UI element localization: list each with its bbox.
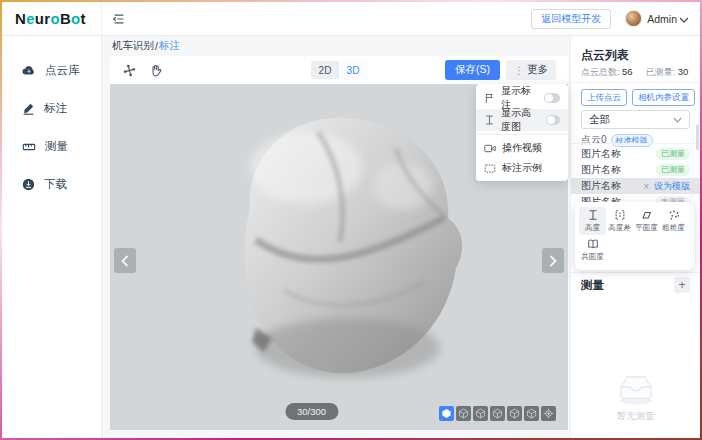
total-label: 点云总数: xyxy=(581,67,620,77)
show-annotations-toggle[interactable] xyxy=(544,93,560,103)
pointcloud-group-row[interactable]: 点云0 校准模版 xyxy=(581,133,653,147)
ruler-icon xyxy=(22,140,36,153)
cube-view-icon[interactable] xyxy=(473,406,488,421)
pen-icon xyxy=(22,102,35,115)
tool-roughness[interactable]: 粗糙度 xyxy=(660,207,687,235)
roughness-icon xyxy=(668,209,680,221)
mode-3d-button[interactable]: 3D xyxy=(339,61,367,79)
breadcrumb-separator: / xyxy=(155,40,158,52)
tool-coplanarity[interactable]: 共面度 xyxy=(579,236,606,264)
toolbar-right-group: 保存(S) ⋮ 更多 xyxy=(445,60,556,80)
add-measure-button[interactable]: + xyxy=(674,277,690,293)
chevron-down-icon xyxy=(673,117,682,123)
user-name[interactable]: Admin xyxy=(647,13,677,25)
pointcloud-list-panel: 点云列表 点云总数: 56 已测量: 30 上传点云 相机内参设置 全部 点云0… xyxy=(570,36,700,438)
chevron-right-icon xyxy=(549,255,557,267)
tooth-model xyxy=(198,90,478,390)
hand-pan-icon[interactable] xyxy=(149,63,163,78)
save-button[interactable]: 保存(S) xyxy=(445,60,500,80)
panel-buttons-row: 上传点云 相机内参设置 xyxy=(581,89,695,106)
list-scrollbar[interactable] xyxy=(696,124,699,150)
upload-pointcloud-button[interactable]: 上传点云 xyxy=(581,89,627,106)
sidebar-item-label: 下载 xyxy=(44,177,67,192)
collapse-sidebar-icon[interactable] xyxy=(112,12,126,26)
sidebar-item-label: 测量 xyxy=(45,139,68,154)
list-item[interactable]: 图片名称 已测量 xyxy=(571,146,700,162)
measure-section-header: 测量 + xyxy=(581,276,690,294)
tool-label: 平面度 xyxy=(635,223,658,233)
locate-icon[interactable] xyxy=(541,406,556,421)
menu-item-show-heightmap[interactable]: 显示高度图 xyxy=(476,109,568,131)
sidebar-item-annotation[interactable]: 标注 xyxy=(2,96,101,120)
example-icon xyxy=(484,163,496,174)
list-item-selected[interactable]: 图片名称 × 设为模版 xyxy=(571,178,700,194)
app-header: NeuroBot 返回模型开发 Admin xyxy=(2,2,700,36)
filter-select[interactable]: 全部 xyxy=(581,110,690,129)
status-badge: 已测量 xyxy=(656,148,690,160)
viewer-toolbar: 2D 3D 保存(S) ⋮ 更多 xyxy=(110,56,568,84)
menu-item-label: 标注示例 xyxy=(502,161,542,175)
breadcrumb-section[interactable]: 机车识别 xyxy=(112,39,154,53)
back-to-model-dev-button[interactable]: 返回模型开发 xyxy=(531,9,611,29)
measured-label: 已测量: xyxy=(646,67,676,77)
height-map-icon xyxy=(484,114,495,126)
screenshot-frame: NeuroBot 返回模型开发 Admin 点云库 标注 测量 下载 xyxy=(0,0,702,440)
panel-divider xyxy=(571,143,700,144)
image-counter-badge: 30/300 xyxy=(285,403,338,420)
cube-iso-icon[interactable] xyxy=(439,406,454,421)
next-image-button[interactable] xyxy=(542,248,564,273)
tool-label: 高度 xyxy=(585,223,600,233)
view-orientation-buttons xyxy=(439,406,556,421)
sidebar-item-measure[interactable]: 测量 xyxy=(2,134,101,158)
prev-image-button[interactable] xyxy=(114,248,136,273)
close-icon[interactable]: × xyxy=(643,181,649,192)
measure-section-title: 测量 xyxy=(581,278,604,293)
flag-icon xyxy=(484,92,495,104)
filter-selected-value: 全部 xyxy=(589,113,610,127)
download-icon xyxy=(22,178,35,191)
menu-item-annotation-example[interactable]: 标注示例 xyxy=(476,158,568,178)
kebab-dots-icon: ⋮ xyxy=(514,65,524,76)
cube-view-icon[interactable] xyxy=(507,406,522,421)
cube-view-icon[interactable] xyxy=(456,406,471,421)
more-button-label: 更多 xyxy=(527,63,548,77)
height-diff-icon xyxy=(614,209,626,221)
menu-divider xyxy=(476,134,568,135)
sidebar: 点云库 标注 测量 下载 xyxy=(2,36,102,438)
camera-intrinsics-button[interactable]: 相机内参设置 xyxy=(632,89,695,106)
cloud-icon xyxy=(22,64,36,76)
list-item[interactable]: 图片名称 已测量 xyxy=(571,162,700,178)
menu-item-label: 操作视频 xyxy=(502,141,542,155)
panel-divider xyxy=(571,272,700,273)
mode-2d-button[interactable]: 2D xyxy=(311,61,339,79)
pointcloud-group-name: 点云0 xyxy=(581,133,607,147)
tool-flatness[interactable]: 平面度 xyxy=(633,207,660,235)
flatness-icon xyxy=(640,209,653,221)
sidebar-item-pointcloud-library[interactable]: 点云库 xyxy=(2,58,101,82)
logo-area: NeuroBot xyxy=(2,2,102,36)
empty-state-text: 暂无测量 xyxy=(617,410,655,423)
empty-box-icon xyxy=(614,370,658,406)
tool-height-difference[interactable]: 高度差 xyxy=(606,207,633,235)
pointcloud-stats: 点云总数: 56 已测量: 30 xyxy=(581,66,688,79)
set-as-template-link[interactable]: 设为模版 xyxy=(654,180,690,193)
move-tool-icon[interactable] xyxy=(122,63,137,78)
show-heightmap-toggle[interactable] xyxy=(546,115,560,125)
panel-divider xyxy=(571,82,700,83)
avatar[interactable] xyxy=(625,10,642,27)
cube-view-icon[interactable] xyxy=(524,406,539,421)
video-icon xyxy=(484,143,496,154)
image-name: 图片名称 xyxy=(581,179,621,193)
more-button[interactable]: ⋮ 更多 xyxy=(506,60,556,80)
tool-height[interactable]: 高度 xyxy=(579,207,606,235)
view-mode-segmented-control: 2D 3D xyxy=(311,61,367,79)
cube-view-icon[interactable] xyxy=(490,406,505,421)
app-logo: NeuroBot xyxy=(15,10,86,27)
calibration-template-tag: 校准模版 xyxy=(611,134,653,147)
app-window: NeuroBot 返回模型开发 Admin 点云库 标注 测量 下载 xyxy=(2,2,700,438)
menu-item-tutorial-video[interactable]: 操作视频 xyxy=(476,138,568,158)
image-list: 图片名称 已测量 图片名称 已测量 图片名称 × 设为模版 图片名称 未测量 xyxy=(571,146,700,210)
status-badge: 已测量 xyxy=(656,164,690,176)
sidebar-item-download[interactable]: 下载 xyxy=(2,172,101,196)
chevron-down-icon[interactable] xyxy=(680,13,688,25)
